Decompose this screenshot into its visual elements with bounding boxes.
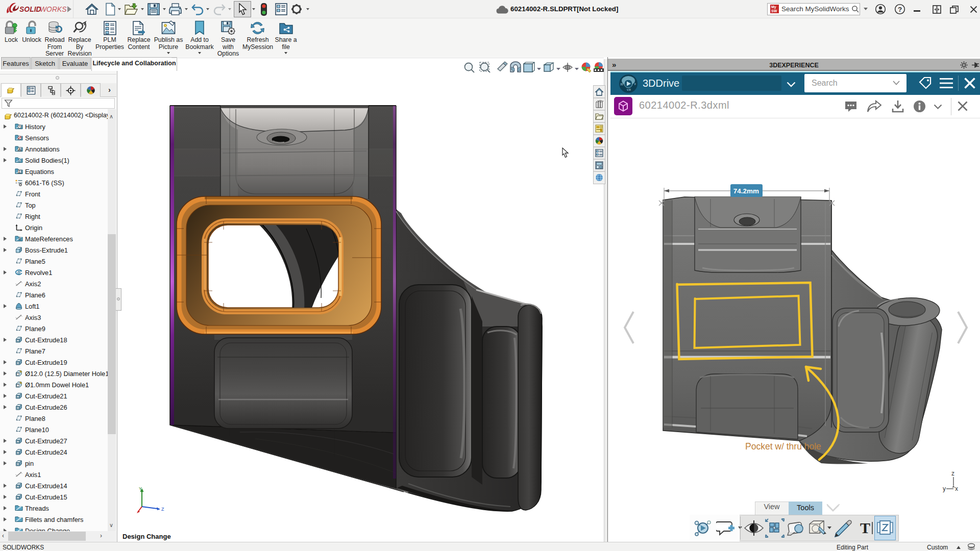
svg-text:SOLID: SOLID	[19, 6, 41, 13]
svg-text:V.R: V.R	[627, 88, 631, 91]
svg-text:y: y	[943, 485, 946, 492]
svg-text:3D: 3D	[620, 83, 624, 86]
svg-text:Z: Z	[161, 507, 164, 512]
svg-text:Y: Y	[139, 486, 142, 491]
svg-text:F: F	[634, 83, 636, 86]
svg-text:x: x	[955, 485, 958, 492]
svg-text:Pocket w/ thru hole: Pocket w/ thru hole	[745, 441, 821, 452]
svg-text:WORKS: WORKS	[40, 6, 67, 13]
svg-text:T: T	[860, 519, 870, 536]
svg-text:74.2mm: 74.2mm	[733, 187, 759, 195]
svg-text:?: ?	[898, 6, 902, 13]
svg-text:z: z	[951, 470, 954, 477]
